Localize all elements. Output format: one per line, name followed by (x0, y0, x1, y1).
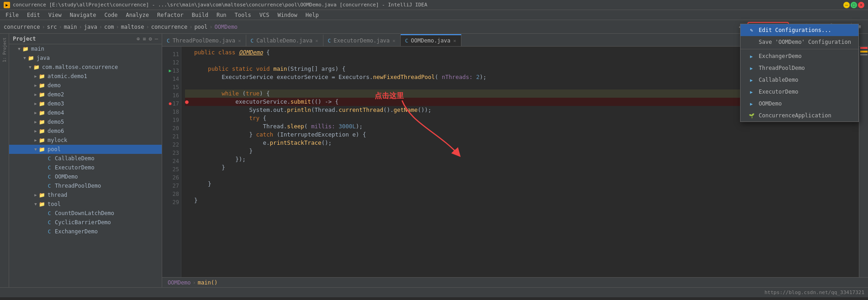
folder-icon-demo4: 📁 (38, 109, 46, 116)
tree-arrow-com: ▼ (27, 65, 33, 69)
tree-item-thread[interactable]: ▶ 📁 thread (9, 190, 162, 200)
tree-arrow-demo3: ▶ (33, 101, 38, 106)
folder-icon-com: 📁 (33, 63, 40, 71)
tree-item-countdown[interactable]: ▶ C CountDownLatchDemo (9, 209, 162, 218)
tab-oom[interactable]: C OOMDemo.java × (401, 34, 461, 46)
menu-help[interactable]: Help (302, 11, 323, 19)
folder-icon-demo6: 📁 (38, 127, 46, 135)
tree-item-pool[interactable]: ▼ 📁 pool (9, 145, 162, 154)
tree-item-demo5[interactable]: ▶ 📁 demo5 (9, 117, 162, 126)
tree-label-callable: CallableDemo (55, 155, 95, 162)
tab-filename-oom: OOMDemo.java (411, 37, 450, 44)
breadcrumb-src[interactable]: src (47, 24, 57, 30)
run-icon-oom: ▶ (748, 100, 755, 107)
folder-icon-atomic: 📁 (38, 73, 46, 80)
tab-callable[interactable]: C CallableDemo.java × (246, 34, 323, 46)
breadcrumb-oomdemo[interactable]: OOMDemo (215, 24, 238, 30)
tab-label-oom: C (405, 38, 408, 44)
editor-file-breadcrumb: OOMDemo › main() (162, 277, 868, 287)
tab-label-executor: C (328, 38, 331, 44)
dropdown-label-save: Save 'OOMDemo' Configuration (759, 39, 851, 45)
tab-executor[interactable]: C ExecutorDemo.java × (323, 34, 401, 46)
folder-icon-demo: 📁 (38, 82, 46, 89)
tree-item-demo3[interactable]: ▶ 📁 demo3 (9, 99, 162, 108)
tree-item-exchanger[interactable]: ▶ C ExchangerDemo (9, 227, 162, 236)
tree-arrow-tool: ▼ (33, 202, 38, 206)
tree-label-demo2: demo2 (48, 91, 64, 98)
breadcrumb-pool[interactable]: pool (194, 24, 207, 30)
breadcrumb-maltose[interactable]: maltose (121, 24, 144, 30)
tab-close-callable[interactable]: × (315, 38, 318, 44)
tree-item-demo[interactable]: ▶ 📁 demo (9, 81, 162, 90)
tree-item-oom-demo[interactable]: ▶ C OOMDemo (9, 172, 162, 181)
tree-arrow-demo: ▶ (33, 83, 38, 88)
error-indicator (860, 47, 868, 49)
breadcrumb-concurrence2[interactable]: concurrence (151, 24, 187, 30)
tree-label-exchanger: ExchangerDemo (55, 228, 98, 235)
folder-icon-demo2: 📁 (38, 91, 46, 98)
dropdown-item-callable[interactable]: ▶ CallableDemo (741, 74, 858, 86)
menu-vcs[interactable]: VCS (256, 11, 273, 19)
dropdown-item-edit-config[interactable]: ✎ Edit Configurations... (741, 24, 858, 36)
menu-edit[interactable]: Edit (23, 11, 44, 19)
tree-label-demo6: demo6 (48, 128, 64, 134)
tree-label-pool: pool (48, 146, 61, 153)
line-numbers-gutter: 11 12 ▶13 14 15 16 ●17 18 19 20 21 22 23… (162, 47, 181, 277)
dropdown-label-callable: CallableDemo (759, 77, 799, 83)
menu-refactor[interactable]: Refactor (153, 11, 187, 19)
tree-item-threadpool-demo[interactable]: ▶ C ThreadPoolDemo (9, 181, 162, 190)
dropdown-item-concurrence-app[interactable]: 🌱 ConcurrenceApplication (741, 110, 858, 121)
tree-arrow-atomic: ▶ (33, 74, 38, 79)
breadcrumb-main[interactable]: main (64, 24, 77, 30)
tree-item-java[interactable]: ▼ 📁 java (9, 53, 162, 63)
breadcrumb-class-name: OOMDemo (168, 279, 191, 286)
tree-item-demo4[interactable]: ▶ 📁 demo4 (9, 108, 162, 117)
tab-threadpool[interactable]: C ThreadPoolDemo.java × (162, 34, 246, 46)
tree-label-threadpool: ThreadPoolDemo (55, 183, 101, 189)
dropdown-item-exchanger[interactable]: ▶ ExchangerDemo (741, 50, 858, 62)
menu-analyze[interactable]: Analyze (122, 11, 153, 19)
tree-arrow-demo2: ▶ (33, 92, 38, 97)
tree-item-atomic[interactable]: ▶ 📁 atomic.demo1 (9, 72, 162, 81)
dropdown-item-executor[interactable]: ▶ ExecutorDemo (741, 86, 858, 98)
tree-item-tool[interactable]: ▼ 📁 tool (9, 200, 162, 209)
menu-navigate[interactable]: Navigate (66, 11, 100, 19)
breadcrumb-com[interactable]: com (104, 24, 114, 30)
tab-close-threadpool[interactable]: × (238, 38, 241, 44)
menu-file[interactable]: File (2, 11, 22, 19)
window-controls: — □ × (843, 2, 864, 8)
menu-build[interactable]: Build (188, 11, 212, 19)
tree-item-executor-demo[interactable]: ▶ C ExecutorDemo (9, 163, 162, 172)
menu-window[interactable]: Window (274, 11, 301, 19)
tree-item-com-maltose[interactable]: ▼ 📁 com.maltose.concurrence (9, 63, 162, 72)
tree-label-atomic: atomic.demo1 (48, 73, 87, 79)
tree-item-demo2[interactable]: ▶ 📁 demo2 (9, 90, 162, 99)
menu-view[interactable]: View (45, 11, 65, 19)
breadcrumb-java[interactable]: java (84, 24, 97, 30)
project-panel-label[interactable]: 1: Project (1, 36, 8, 64)
minimize-button[interactable]: — (843, 2, 850, 8)
menu-bar: File Edit View Navigate Code Analyze Ref… (0, 10, 868, 20)
breadcrumb-concurrence[interactable]: concurrence (4, 24, 40, 30)
tree-item-mylock[interactable]: ▶ 📁 mylock (9, 136, 162, 145)
menu-code[interactable]: Code (101, 11, 122, 19)
close-button[interactable]: × (858, 2, 864, 8)
menu-tools[interactable]: Tools (231, 11, 255, 19)
tab-close-oom[interactable]: × (453, 38, 456, 44)
tree-toolbar-icon3[interactable]: ⚙ (149, 36, 152, 42)
tree-toolbar-icon2[interactable]: ≡ (143, 36, 146, 42)
tree-item-callable-demo[interactable]: ▶ C CallableDemo (9, 154, 162, 163)
tree-item-cyclic[interactable]: ▶ C CyclicBarrierDemo (9, 218, 162, 227)
maximize-button[interactable]: □ (851, 2, 857, 8)
menu-run[interactable]: Run (213, 11, 230, 19)
tab-close-executor[interactable]: × (392, 38, 396, 44)
toolbar-breadcrumb: concurrence › src › main › java › com › … (4, 24, 238, 30)
dropdown-item-save-config[interactable]: Save 'OOMDemo' Configuration (741, 36, 858, 48)
tree-toolbar-icon1[interactable]: ⊕ (137, 36, 140, 42)
dropdown-item-oom[interactable]: ▶ OOMDemo (741, 98, 858, 110)
dropdown-item-threadpool[interactable]: ▶ ThreadPoolDemo (741, 62, 858, 74)
tree-item-demo6[interactable]: ▶ 📁 demo6 (9, 126, 162, 136)
tree-item-main[interactable]: ▼ 📁 main (9, 44, 162, 53)
tree-label-java: java (37, 55, 50, 61)
tree-toolbar-close[interactable]: — (155, 36, 158, 42)
